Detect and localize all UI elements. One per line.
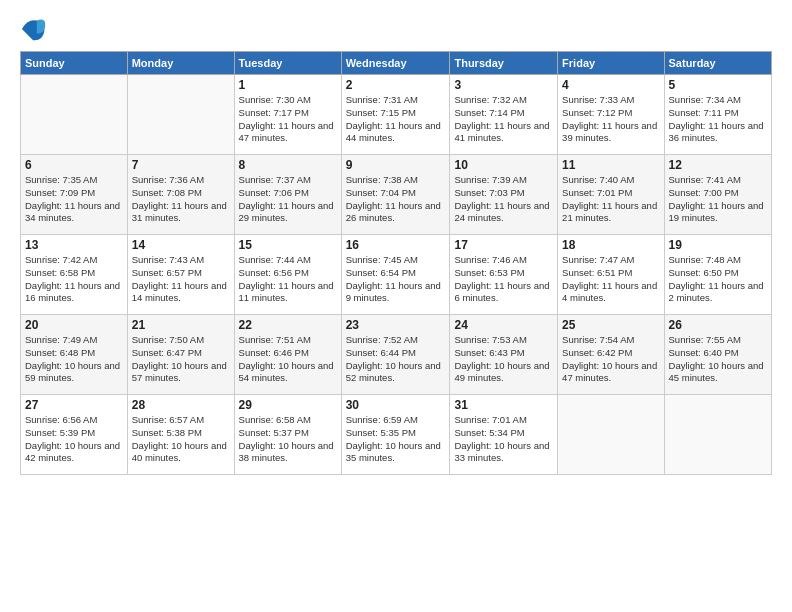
day-info: Sunrise: 7:43 AM Sunset: 6:57 PM Dayligh… — [132, 254, 230, 305]
daylight: Daylight: 10 hours and 45 minutes. — [669, 360, 764, 384]
sunset: Sunset: 5:35 PM — [346, 427, 416, 438]
logo-icon — [20, 15, 48, 43]
daylight: Daylight: 10 hours and 59 minutes. — [25, 360, 120, 384]
day-info: Sunrise: 6:57 AM Sunset: 5:38 PM Dayligh… — [132, 414, 230, 465]
day-info: Sunrise: 6:56 AM Sunset: 5:39 PM Dayligh… — [25, 414, 123, 465]
calendar-cell: 19 Sunrise: 7:48 AM Sunset: 6:50 PM Dayl… — [664, 235, 771, 315]
calendar-cell: 21 Sunrise: 7:50 AM Sunset: 6:47 PM Dayl… — [127, 315, 234, 395]
calendar-cell: 13 Sunrise: 7:42 AM Sunset: 6:58 PM Dayl… — [21, 235, 128, 315]
sunrise: Sunrise: 7:45 AM — [346, 254, 418, 265]
day-number: 15 — [239, 238, 337, 252]
day-info: Sunrise: 7:42 AM Sunset: 6:58 PM Dayligh… — [25, 254, 123, 305]
day-number: 31 — [454, 398, 553, 412]
day-number: 26 — [669, 318, 767, 332]
calendar-cell: 24 Sunrise: 7:53 AM Sunset: 6:43 PM Dayl… — [450, 315, 558, 395]
calendar-cell: 4 Sunrise: 7:33 AM Sunset: 7:12 PM Dayli… — [558, 75, 664, 155]
sunset: Sunset: 6:43 PM — [454, 347, 524, 358]
weekday-header-saturday: Saturday — [664, 52, 771, 75]
day-number: 2 — [346, 78, 446, 92]
sunrise: Sunrise: 7:30 AM — [239, 94, 311, 105]
sunrise: Sunrise: 7:52 AM — [346, 334, 418, 345]
sunrise: Sunrise: 7:43 AM — [132, 254, 204, 265]
sunrise: Sunrise: 6:57 AM — [132, 414, 204, 425]
daylight: Daylight: 10 hours and 38 minutes. — [239, 440, 334, 464]
sunrise: Sunrise: 7:42 AM — [25, 254, 97, 265]
week-row-3: 13 Sunrise: 7:42 AM Sunset: 6:58 PM Dayl… — [21, 235, 772, 315]
daylight: Daylight: 11 hours and 4 minutes. — [562, 280, 657, 304]
daylight: Daylight: 10 hours and 42 minutes. — [25, 440, 120, 464]
weekday-header-friday: Friday — [558, 52, 664, 75]
day-info: Sunrise: 7:38 AM Sunset: 7:04 PM Dayligh… — [346, 174, 446, 225]
sunset: Sunset: 7:15 PM — [346, 107, 416, 118]
sunrise: Sunrise: 7:40 AM — [562, 174, 634, 185]
day-info: Sunrise: 7:31 AM Sunset: 7:15 PM Dayligh… — [346, 94, 446, 145]
day-number: 10 — [454, 158, 553, 172]
calendar-cell: 22 Sunrise: 7:51 AM Sunset: 6:46 PM Dayl… — [234, 315, 341, 395]
day-number: 19 — [669, 238, 767, 252]
day-number: 29 — [239, 398, 337, 412]
sunset: Sunset: 6:56 PM — [239, 267, 309, 278]
calendar-cell: 20 Sunrise: 7:49 AM Sunset: 6:48 PM Dayl… — [21, 315, 128, 395]
sunrise: Sunrise: 7:37 AM — [239, 174, 311, 185]
day-info: Sunrise: 7:49 AM Sunset: 6:48 PM Dayligh… — [25, 334, 123, 385]
day-number: 5 — [669, 78, 767, 92]
daylight: Daylight: 10 hours and 35 minutes. — [346, 440, 441, 464]
sunrise: Sunrise: 7:35 AM — [25, 174, 97, 185]
day-info: Sunrise: 7:40 AM Sunset: 7:01 PM Dayligh… — [562, 174, 659, 225]
daylight: Daylight: 11 hours and 41 minutes. — [454, 120, 549, 144]
day-number: 3 — [454, 78, 553, 92]
sunrise: Sunrise: 6:59 AM — [346, 414, 418, 425]
sunrise: Sunrise: 7:49 AM — [25, 334, 97, 345]
sunset: Sunset: 6:57 PM — [132, 267, 202, 278]
day-info: Sunrise: 7:50 AM Sunset: 6:47 PM Dayligh… — [132, 334, 230, 385]
sunrise: Sunrise: 7:46 AM — [454, 254, 526, 265]
sunset: Sunset: 6:54 PM — [346, 267, 416, 278]
sunset: Sunset: 7:11 PM — [669, 107, 739, 118]
day-info: Sunrise: 7:54 AM Sunset: 6:42 PM Dayligh… — [562, 334, 659, 385]
weekday-header-tuesday: Tuesday — [234, 52, 341, 75]
sunrise: Sunrise: 7:48 AM — [669, 254, 741, 265]
sunrise: Sunrise: 7:31 AM — [346, 94, 418, 105]
sunset: Sunset: 7:04 PM — [346, 187, 416, 198]
calendar-cell: 17 Sunrise: 7:46 AM Sunset: 6:53 PM Dayl… — [450, 235, 558, 315]
week-row-1: 1 Sunrise: 7:30 AM Sunset: 7:17 PM Dayli… — [21, 75, 772, 155]
day-number: 17 — [454, 238, 553, 252]
sunset: Sunset: 7:00 PM — [669, 187, 739, 198]
sunset: Sunset: 6:46 PM — [239, 347, 309, 358]
day-info: Sunrise: 7:36 AM Sunset: 7:08 PM Dayligh… — [132, 174, 230, 225]
daylight: Daylight: 11 hours and 31 minutes. — [132, 200, 227, 224]
day-number: 21 — [132, 318, 230, 332]
weekday-header-row: SundayMondayTuesdayWednesdayThursdayFrid… — [21, 52, 772, 75]
daylight: Daylight: 11 hours and 24 minutes. — [454, 200, 549, 224]
daylight: Daylight: 10 hours and 52 minutes. — [346, 360, 441, 384]
calendar-cell — [21, 75, 128, 155]
day-info: Sunrise: 7:01 AM Sunset: 5:34 PM Dayligh… — [454, 414, 553, 465]
day-info: Sunrise: 7:30 AM Sunset: 7:17 PM Dayligh… — [239, 94, 337, 145]
sunset: Sunset: 7:06 PM — [239, 187, 309, 198]
calendar-cell: 6 Sunrise: 7:35 AM Sunset: 7:09 PM Dayli… — [21, 155, 128, 235]
calendar-cell: 28 Sunrise: 6:57 AM Sunset: 5:38 PM Dayl… — [127, 395, 234, 475]
day-number: 11 — [562, 158, 659, 172]
calendar-cell: 27 Sunrise: 6:56 AM Sunset: 5:39 PM Dayl… — [21, 395, 128, 475]
calendar-cell: 10 Sunrise: 7:39 AM Sunset: 7:03 PM Dayl… — [450, 155, 558, 235]
day-number: 14 — [132, 238, 230, 252]
sunrise: Sunrise: 6:58 AM — [239, 414, 311, 425]
daylight: Daylight: 11 hours and 34 minutes. — [25, 200, 120, 224]
weekday-header-wednesday: Wednesday — [341, 52, 450, 75]
calendar-cell: 14 Sunrise: 7:43 AM Sunset: 6:57 PM Dayl… — [127, 235, 234, 315]
sunset: Sunset: 6:40 PM — [669, 347, 739, 358]
daylight: Daylight: 11 hours and 2 minutes. — [669, 280, 764, 304]
daylight: Daylight: 11 hours and 26 minutes. — [346, 200, 441, 224]
calendar-cell: 18 Sunrise: 7:47 AM Sunset: 6:51 PM Dayl… — [558, 235, 664, 315]
daylight: Daylight: 11 hours and 29 minutes. — [239, 200, 334, 224]
calendar-cell: 3 Sunrise: 7:32 AM Sunset: 7:14 PM Dayli… — [450, 75, 558, 155]
daylight: Daylight: 11 hours and 39 minutes. — [562, 120, 657, 144]
day-number: 30 — [346, 398, 446, 412]
sunset: Sunset: 6:47 PM — [132, 347, 202, 358]
sunrise: Sunrise: 7:53 AM — [454, 334, 526, 345]
calendar-cell — [664, 395, 771, 475]
sunrise: Sunrise: 7:47 AM — [562, 254, 634, 265]
day-number: 13 — [25, 238, 123, 252]
sunset: Sunset: 7:17 PM — [239, 107, 309, 118]
sunrise: Sunrise: 7:50 AM — [132, 334, 204, 345]
